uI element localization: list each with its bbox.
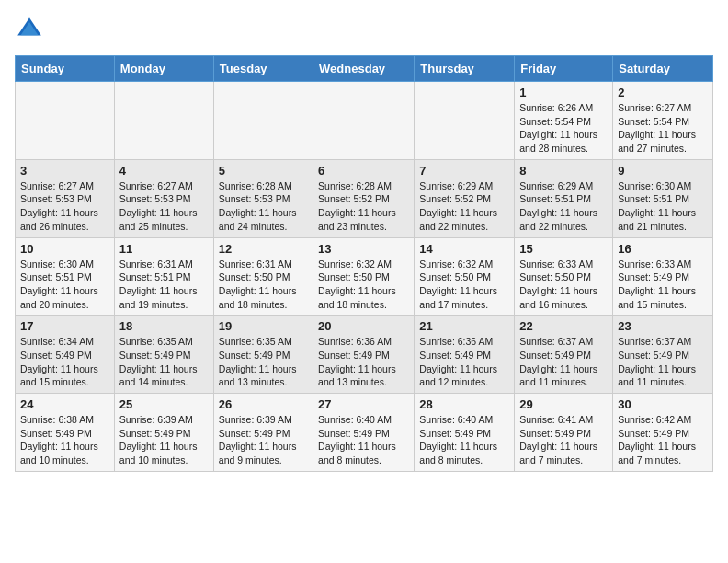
calendar-cell: 12Sunrise: 6:31 AM Sunset: 5:50 PM Dayli… [213, 237, 313, 316]
calendar-cell: 22Sunrise: 6:37 AM Sunset: 5:49 PM Dayli… [515, 316, 613, 394]
day-info: Sunrise: 6:29 AM Sunset: 5:51 PM Dayligh… [519, 179, 608, 234]
day-number: 10 [20, 242, 109, 256]
weekday-header-sunday: Sunday [16, 56, 115, 82]
day-info: Sunrise: 6:32 AM Sunset: 5:50 PM Dayligh… [419, 258, 509, 312]
calendar-cell: 11Sunrise: 6:31 AM Sunset: 5:51 PM Dayli… [114, 237, 213, 316]
calendar-header: SundayMondayTuesdayWednesdayThursdayFrid… [16, 56, 713, 82]
day-number: 30 [618, 397, 708, 411]
calendar-cell: 7Sunrise: 6:29 AM Sunset: 5:52 PM Daylig… [415, 159, 515, 237]
calendar-cell: 29Sunrise: 6:41 AM Sunset: 5:49 PM Dayli… [515, 394, 613, 472]
calendar-cell: 1Sunrise: 6:26 AM Sunset: 5:54 PM Daylig… [515, 82, 613, 160]
weekday-header-friday: Friday [515, 56, 613, 82]
day-number: 22 [519, 319, 608, 333]
day-info: Sunrise: 6:39 AM Sunset: 5:49 PM Dayligh… [119, 413, 209, 467]
day-info: Sunrise: 6:42 AM Sunset: 5:49 PM Dayligh… [618, 413, 708, 467]
calendar-cell: 8Sunrise: 6:29 AM Sunset: 5:51 PM Daylig… [515, 159, 613, 237]
calendar-week-1: 1Sunrise: 6:26 AM Sunset: 5:54 PM Daylig… [16, 82, 713, 160]
day-number: 16 [618, 242, 708, 256]
day-number: 9 [618, 164, 708, 178]
calendar-cell: 26Sunrise: 6:39 AM Sunset: 5:49 PM Dayli… [213, 394, 313, 472]
calendar-cell [114, 82, 213, 160]
day-info: Sunrise: 6:33 AM Sunset: 5:50 PM Dayligh… [519, 258, 608, 312]
calendar-week-3: 10Sunrise: 6:30 AM Sunset: 5:51 PM Dayli… [16, 237, 713, 316]
day-number: 15 [519, 242, 608, 256]
weekday-header-thursday: Thursday [415, 56, 515, 82]
calendar-cell: 6Sunrise: 6:28 AM Sunset: 5:52 PM Daylig… [313, 159, 415, 237]
day-number: 23 [618, 319, 708, 333]
day-number: 25 [119, 397, 209, 411]
day-info: Sunrise: 6:27 AM Sunset: 5:53 PM Dayligh… [20, 179, 109, 234]
day-number: 24 [20, 397, 109, 411]
day-info: Sunrise: 6:26 AM Sunset: 5:54 PM Dayligh… [519, 101, 608, 155]
header [15, 15, 713, 44]
calendar-week-4: 17Sunrise: 6:34 AM Sunset: 5:49 PM Dayli… [16, 316, 713, 394]
calendar-cell: 14Sunrise: 6:32 AM Sunset: 5:50 PM Dayli… [415, 237, 515, 316]
calendar-cell: 5Sunrise: 6:28 AM Sunset: 5:53 PM Daylig… [213, 159, 313, 237]
calendar-body: 1Sunrise: 6:26 AM Sunset: 5:54 PM Daylig… [16, 82, 713, 472]
day-info: Sunrise: 6:40 AM Sunset: 5:49 PM Dayligh… [318, 413, 409, 467]
day-info: Sunrise: 6:36 AM Sunset: 5:49 PM Dayligh… [419, 335, 509, 389]
calendar-cell: 9Sunrise: 6:30 AM Sunset: 5:51 PM Daylig… [613, 159, 713, 237]
calendar-cell: 3Sunrise: 6:27 AM Sunset: 5:53 PM Daylig… [16, 159, 115, 237]
day-number: 6 [318, 164, 409, 178]
day-info: Sunrise: 6:32 AM Sunset: 5:50 PM Dayligh… [318, 258, 409, 312]
day-number: 19 [219, 319, 308, 333]
calendar-table: SundayMondayTuesdayWednesdayThursdayFrid… [15, 55, 713, 472]
calendar-cell: 25Sunrise: 6:39 AM Sunset: 5:49 PM Dayli… [114, 394, 213, 472]
day-number: 20 [318, 319, 409, 333]
calendar-cell [313, 82, 415, 160]
day-number: 14 [419, 242, 509, 256]
day-info: Sunrise: 6:40 AM Sunset: 5:49 PM Dayligh… [419, 413, 509, 467]
day-number: 18 [119, 319, 209, 333]
calendar-cell: 13Sunrise: 6:32 AM Sunset: 5:50 PM Dayli… [313, 237, 415, 316]
day-number: 29 [519, 397, 608, 411]
day-number: 12 [219, 242, 308, 256]
day-info: Sunrise: 6:28 AM Sunset: 5:53 PM Dayligh… [219, 179, 308, 234]
day-number: 11 [119, 242, 209, 256]
calendar-week-2: 3Sunrise: 6:27 AM Sunset: 5:53 PM Daylig… [16, 159, 713, 237]
day-info: Sunrise: 6:34 AM Sunset: 5:49 PM Dayligh… [20, 335, 109, 389]
calendar-cell: 19Sunrise: 6:35 AM Sunset: 5:49 PM Dayli… [213, 316, 313, 394]
day-number: 4 [119, 164, 209, 178]
day-number: 3 [20, 164, 109, 178]
logo-icon [15, 15, 44, 44]
logo [15, 15, 48, 44]
calendar-cell: 16Sunrise: 6:33 AM Sunset: 5:49 PM Dayli… [613, 237, 713, 316]
day-number: 8 [519, 164, 608, 178]
day-info: Sunrise: 6:37 AM Sunset: 5:49 PM Dayligh… [519, 335, 608, 389]
calendar-cell: 30Sunrise: 6:42 AM Sunset: 5:49 PM Dayli… [613, 394, 713, 472]
day-info: Sunrise: 6:35 AM Sunset: 5:49 PM Dayligh… [119, 335, 209, 389]
day-number: 27 [318, 397, 409, 411]
day-info: Sunrise: 6:31 AM Sunset: 5:50 PM Dayligh… [219, 258, 308, 312]
calendar-cell: 10Sunrise: 6:30 AM Sunset: 5:51 PM Dayli… [16, 237, 115, 316]
day-number: 13 [318, 242, 409, 256]
calendar-cell: 24Sunrise: 6:38 AM Sunset: 5:49 PM Dayli… [16, 394, 115, 472]
day-info: Sunrise: 6:38 AM Sunset: 5:49 PM Dayligh… [20, 413, 109, 467]
day-info: Sunrise: 6:30 AM Sunset: 5:51 PM Dayligh… [20, 258, 109, 312]
day-info: Sunrise: 6:39 AM Sunset: 5:49 PM Dayligh… [219, 413, 308, 467]
calendar-week-5: 24Sunrise: 6:38 AM Sunset: 5:49 PM Dayli… [16, 394, 713, 472]
day-info: Sunrise: 6:31 AM Sunset: 5:51 PM Dayligh… [119, 258, 209, 312]
weekday-header-monday: Monday [114, 56, 213, 82]
calendar-cell: 18Sunrise: 6:35 AM Sunset: 5:49 PM Dayli… [114, 316, 213, 394]
day-info: Sunrise: 6:30 AM Sunset: 5:51 PM Dayligh… [618, 179, 708, 234]
day-number: 2 [618, 86, 708, 99]
day-info: Sunrise: 6:37 AM Sunset: 5:49 PM Dayligh… [618, 335, 708, 389]
day-number: 1 [519, 86, 608, 99]
day-info: Sunrise: 6:27 AM Sunset: 5:54 PM Dayligh… [618, 101, 708, 155]
calendar-cell [213, 82, 313, 160]
day-number: 21 [419, 319, 509, 333]
calendar-cell: 23Sunrise: 6:37 AM Sunset: 5:49 PM Dayli… [613, 316, 713, 394]
day-number: 7 [419, 164, 509, 178]
weekday-header-saturday: Saturday [613, 56, 713, 82]
day-number: 26 [219, 397, 308, 411]
weekday-header-wednesday: Wednesday [313, 56, 415, 82]
day-info: Sunrise: 6:28 AM Sunset: 5:52 PM Dayligh… [318, 179, 409, 234]
calendar-cell [16, 82, 115, 160]
calendar-cell: 27Sunrise: 6:40 AM Sunset: 5:49 PM Dayli… [313, 394, 415, 472]
calendar-cell: 2Sunrise: 6:27 AM Sunset: 5:54 PM Daylig… [613, 82, 713, 160]
day-number: 28 [419, 397, 509, 411]
day-info: Sunrise: 6:35 AM Sunset: 5:49 PM Dayligh… [219, 335, 308, 389]
calendar-cell: 28Sunrise: 6:40 AM Sunset: 5:49 PM Dayli… [415, 394, 515, 472]
day-info: Sunrise: 6:29 AM Sunset: 5:52 PM Dayligh… [419, 179, 509, 234]
